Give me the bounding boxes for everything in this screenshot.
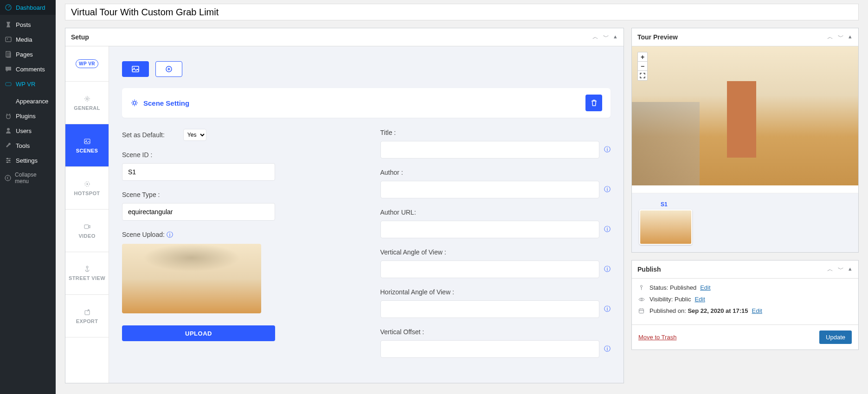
tab-export[interactable]: EXPORT bbox=[65, 295, 109, 337]
menu-posts[interactable]: Posts bbox=[0, 17, 56, 32]
svg-point-24 bbox=[641, 299, 643, 300]
panel-down-icon[interactable]: ﹀ bbox=[837, 33, 845, 41]
info-icon[interactable]: ⓘ bbox=[604, 305, 611, 313]
panel-up-icon[interactable]: ︿ bbox=[592, 33, 599, 41]
svg-point-23 bbox=[641, 286, 643, 287]
info-icon[interactable]: ⓘ bbox=[604, 345, 611, 353]
panel-down-icon[interactable]: ﹀ bbox=[602, 33, 610, 41]
scene-upload-label: Scene Upload: ⓘ bbox=[122, 231, 353, 239]
tab-label: EXPORT bbox=[76, 318, 98, 324]
gear-icon bbox=[84, 95, 91, 102]
zoom-in-button[interactable]: + bbox=[638, 52, 647, 62]
gallery-item-label: S1 bbox=[639, 201, 692, 208]
image-icon bbox=[132, 66, 139, 72]
v-offset-label: Vertical Offset : bbox=[380, 328, 611, 336]
panel-toggle-icon[interactable]: ▴ bbox=[848, 33, 853, 41]
eye-icon bbox=[638, 297, 646, 302]
tour-preview-viewport[interactable]: + − bbox=[632, 46, 858, 185]
menu-comments[interactable]: Comments bbox=[0, 62, 56, 76]
menu-wpvr[interactable]: WP VR bbox=[0, 76, 56, 91]
zoom-out-button[interactable]: − bbox=[638, 62, 647, 71]
publish-heading: Publish bbox=[637, 266, 661, 273]
menu-pages[interactable]: Pages bbox=[0, 47, 56, 62]
tab-street-view[interactable]: STREET VIEW bbox=[65, 252, 109, 295]
menu-appearance[interactable]: Appearance bbox=[0, 94, 56, 108]
author-input[interactable] bbox=[380, 181, 600, 198]
menu-tools[interactable]: Tools bbox=[0, 138, 56, 153]
gallery-item[interactable]: S1 bbox=[639, 201, 692, 245]
svg-rect-4 bbox=[7, 52, 11, 58]
main-content: Setup ︿ ﹀ ▴ WP VR bbox=[56, 0, 868, 394]
scene-tab-1[interactable] bbox=[122, 61, 149, 77]
v-angle-input[interactable] bbox=[380, 261, 600, 278]
info-icon[interactable]: ⓘ bbox=[604, 185, 611, 194]
svg-point-17 bbox=[86, 266, 88, 268]
menu-label: Tools bbox=[16, 142, 30, 149]
info-icon[interactable]: ⓘ bbox=[167, 231, 173, 238]
panel-down-icon[interactable]: ﹀ bbox=[837, 265, 845, 273]
panel-toggle-icon[interactable]: ▴ bbox=[613, 33, 618, 41]
delete-scene-button[interactable] bbox=[585, 95, 602, 111]
panel-toggle-icon[interactable]: ▴ bbox=[848, 265, 853, 273]
image-icon bbox=[84, 138, 91, 145]
panel-up-icon[interactable]: ︿ bbox=[826, 33, 834, 41]
menu-settings[interactable]: Settings bbox=[0, 153, 56, 168]
scene-gallery: S1 bbox=[632, 193, 858, 252]
menu-label: Media bbox=[16, 36, 32, 43]
menu-label: Users bbox=[16, 127, 32, 134]
v-offset-input[interactable] bbox=[380, 340, 600, 358]
svg-point-10 bbox=[5, 175, 11, 181]
tab-scenes[interactable]: SCENES bbox=[65, 124, 109, 167]
info-icon[interactable]: ⓘ bbox=[604, 146, 611, 154]
author-url-input[interactable] bbox=[380, 221, 600, 238]
menu-media[interactable]: Media bbox=[0, 32, 56, 47]
panel-up-icon[interactable]: ︿ bbox=[826, 265, 834, 273]
menu-dashboard[interactable]: Dashboard bbox=[0, 0, 56, 15]
fullscreen-button[interactable] bbox=[638, 71, 647, 80]
info-icon[interactable]: ⓘ bbox=[604, 225, 611, 234]
tab-general[interactable]: GENERAL bbox=[65, 82, 109, 124]
dashboard-icon bbox=[5, 4, 12, 11]
scene-id-input[interactable] bbox=[122, 163, 275, 181]
status-row: Status: Published Edit bbox=[638, 284, 852, 291]
scene-type-input[interactable] bbox=[122, 203, 275, 221]
setup-heading: Setup bbox=[71, 33, 89, 41]
edit-visibility-link[interactable]: Edit bbox=[694, 296, 705, 303]
title-label: Title : bbox=[380, 129, 611, 136]
tab-hotspot[interactable]: HOTSPOT bbox=[65, 167, 109, 210]
svg-point-6 bbox=[7, 128, 10, 131]
collapse-label: Collapse menu bbox=[15, 172, 51, 184]
menu-label: Settings bbox=[16, 157, 38, 164]
title-input[interactable] bbox=[380, 141, 600, 159]
scene-setting-title: Scene Setting bbox=[143, 99, 189, 107]
menu-plugins[interactable]: Plugins bbox=[0, 108, 56, 123]
svg-point-8 bbox=[9, 160, 10, 161]
collapse-menu[interactable]: Collapse menu bbox=[0, 168, 56, 188]
menu-label: WP VR bbox=[16, 81, 35, 88]
tab-label: VIDEO bbox=[78, 233, 95, 239]
menu-label: Plugins bbox=[16, 113, 36, 120]
sliders-icon bbox=[5, 157, 12, 164]
menu-label: Comments bbox=[16, 66, 45, 73]
edit-status-link[interactable]: Edit bbox=[700, 284, 710, 291]
tab-label: GENERAL bbox=[74, 105, 100, 111]
edit-date-link[interactable]: Edit bbox=[752, 307, 762, 314]
update-button[interactable]: Update bbox=[819, 330, 852, 344]
wrench-icon bbox=[5, 142, 12, 149]
set-default-select[interactable]: Yes bbox=[183, 129, 206, 141]
post-title-input[interactable] bbox=[65, 4, 859, 20]
menu-users[interactable]: Users bbox=[0, 123, 56, 138]
tab-video[interactable]: VIDEO bbox=[65, 210, 109, 252]
plus-icon bbox=[166, 66, 172, 72]
anchor-icon bbox=[84, 265, 91, 273]
tour-preview-heading: Tour Preview bbox=[637, 33, 678, 41]
tab-label: STREET VIEW bbox=[69, 275, 105, 281]
svg-point-7 bbox=[7, 158, 8, 159]
scene-tab-add[interactable] bbox=[155, 61, 182, 77]
upload-button[interactable]: UPLOAD bbox=[122, 325, 275, 341]
h-angle-input[interactable] bbox=[380, 300, 600, 318]
svg-rect-16 bbox=[84, 225, 89, 229]
tab-label: SCENES bbox=[76, 148, 98, 153]
move-to-trash-link[interactable]: Move to Trash bbox=[638, 334, 676, 341]
info-icon[interactable]: ⓘ bbox=[604, 265, 611, 273]
